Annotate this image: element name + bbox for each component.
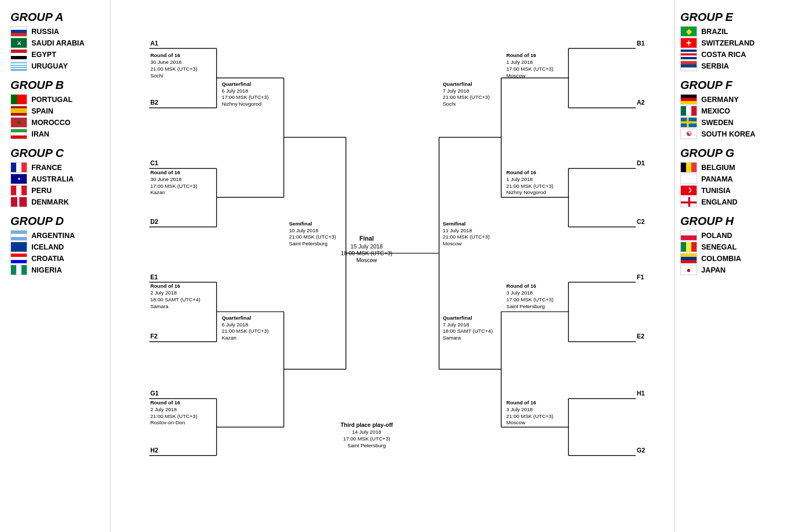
svg-text:Samara: Samara (150, 303, 169, 309)
svg-text:Moscow: Moscow (507, 73, 526, 78)
team-row-south-korea: SOUTH KOREA (680, 129, 780, 139)
team-row-france: FRANCE (10, 162, 105, 173)
group-title-group-b: GROUP B (10, 78, 105, 92)
team-name: AUSTRALIA (31, 175, 74, 183)
team-name: NIGERIA (31, 266, 62, 274)
svg-text:Moscow: Moscow (507, 420, 526, 425)
svg-text:11 July 2018: 11 July 2018 (443, 228, 473, 233)
svg-text:Sochi: Sochi (443, 101, 456, 107)
svg-text:F1: F1 (637, 274, 644, 281)
svg-text:C2: C2 (637, 218, 645, 225)
team-row-portugal: PORTUGAL (10, 94, 105, 105)
team-name: SAUDI ARABIA (31, 39, 84, 47)
team-row-germany: GERMANY (680, 94, 780, 105)
svg-text:H2: H2 (150, 447, 159, 454)
team-name: MOROCCO (31, 118, 71, 127)
team-name: POLAND (701, 231, 732, 240)
team-row-panama: PANAMA (680, 174, 780, 184)
svg-text:2 July 2018: 2 July 2018 (150, 406, 177, 412)
team-row-uruguay: URUGUAY (10, 61, 105, 71)
flag-iran (10, 129, 27, 139)
team-name: PANAMA (701, 175, 733, 183)
team-name: SWITZERLAND (701, 39, 755, 47)
svg-text:18:00 SAMT (UTC+4): 18:00 SAMT (UTC+4) (443, 328, 493, 334)
team-row-belgium: BELGIUM (680, 162, 780, 173)
flag-saudi (10, 38, 27, 48)
flag-senegal (680, 242, 697, 252)
flag-peru (10, 185, 27, 196)
flag-costa-rica (680, 49, 697, 60)
flag-france (10, 162, 27, 173)
svg-text:A1: A1 (150, 40, 159, 47)
team-name: JAPAN (701, 266, 725, 274)
team-row-argentina: ARGENTINA (10, 230, 105, 241)
flag-germany (680, 94, 697, 105)
svg-text:21:00 MSK (UTC+3): 21:00 MSK (UTC+3) (507, 413, 554, 419)
group-title-group-a: GROUP A (10, 10, 105, 24)
team-row-croatia: CROATIA (10, 253, 105, 264)
team-row-nigeria: NIGERIA (10, 265, 105, 275)
group-title-group-g: GROUP G (680, 146, 780, 160)
svg-text:E2: E2 (637, 333, 645, 340)
flag-panama (680, 174, 697, 184)
svg-text:7 July 2018: 7 July 2018 (443, 322, 469, 327)
svg-text:Saint Petersburg: Saint Petersburg (507, 303, 545, 309)
svg-text:Kazan: Kazan (222, 335, 237, 341)
flag-argentina (10, 230, 27, 241)
svg-text:Samara: Samara (443, 335, 461, 341)
flag-sweden (680, 117, 697, 128)
flag-croatia (10, 253, 27, 264)
svg-text:3 July 2018: 3 July 2018 (507, 290, 533, 296)
svg-text:7 July 2018: 7 July 2018 (443, 88, 469, 94)
svg-text:17:00 MSK (UTC+3): 17:00 MSK (UTC+3) (150, 183, 197, 189)
svg-text:Rostov-on-Don: Rostov-on-Don (150, 420, 185, 425)
team-row-brazil: BRAZIL (680, 26, 780, 37)
svg-text:G2: G2 (637, 447, 645, 454)
svg-text:C1: C1 (150, 160, 159, 167)
team-row-saudi-arabia: SAUDI ARABIA (10, 38, 105, 48)
svg-text:Round of 16: Round of 16 (150, 283, 181, 289)
flag-japan (680, 265, 697, 275)
svg-text:D1: D1 (637, 160, 645, 167)
team-row-tunisia: TUNISIA (680, 185, 780, 196)
team-name: BRAZIL (701, 27, 728, 36)
team-row-japan: JAPAN (680, 265, 780, 275)
team-name: IRAN (31, 130, 49, 138)
svg-text:21:00 MSK (UTC+3): 21:00 MSK (UTC+3) (507, 183, 554, 189)
bracket-center: A1 B2 C1 D2 E1 F2 G1 H2 B1 A2 D1 C2 F1 E… (110, 0, 675, 532)
flag-nigeria (10, 265, 27, 275)
flag-england (680, 197, 697, 207)
team-row-colombia: COLOMBIA (680, 253, 780, 264)
svg-text:14 July 2018: 14 July 2018 (352, 429, 382, 435)
flag-poland (680, 230, 697, 241)
flag-australia (10, 174, 27, 184)
group-title-group-c: GROUP C (10, 146, 105, 160)
team-row-peru: PERU (10, 185, 105, 196)
flag-denmark (10, 197, 27, 207)
svg-text:Round of 16: Round of 16 (150, 169, 181, 175)
svg-text:B1: B1 (637, 40, 645, 47)
page: GROUP ARUSSIASAUDI ARABIAEGYPTURUGUAYGRO… (0, 0, 785, 532)
flag-tunisia (680, 185, 697, 196)
svg-text:2 July 2018: 2 July 2018 (150, 290, 177, 296)
team-row-russia: RUSSIA (10, 26, 105, 37)
flag-egypt (10, 49, 27, 60)
team-name: SOUTH KOREA (701, 130, 755, 138)
group-title-group-e: GROUP E (680, 10, 780, 24)
svg-text:30 June 2018: 30 June 2018 (150, 59, 182, 65)
team-row-costa-rica: COSTA RICA (680, 49, 780, 60)
sidebar-right: GROUP EBRAZILSWITZERLANDCOSTA RICASERBIA… (675, 0, 785, 532)
flag-south-korea (680, 129, 697, 139)
svg-text:Round of 16: Round of 16 (507, 169, 537, 175)
flag-belgium (680, 162, 697, 173)
team-name: PORTUGAL (31, 95, 73, 104)
team-row-egypt: EGYPT (10, 49, 105, 60)
flag-switzerland (680, 38, 697, 48)
team-name: TUNISIA (701, 186, 731, 195)
svg-text:F2: F2 (150, 333, 158, 340)
flag-brazil (680, 26, 697, 37)
team-row-mexico: MEXICO (680, 106, 780, 116)
sidebar-left: GROUP ARUSSIASAUDI ARABIAEGYPTURUGUAYGRO… (0, 0, 110, 532)
team-name: BELGIUM (701, 163, 735, 172)
svg-text:Round of 16: Round of 16 (150, 400, 181, 405)
